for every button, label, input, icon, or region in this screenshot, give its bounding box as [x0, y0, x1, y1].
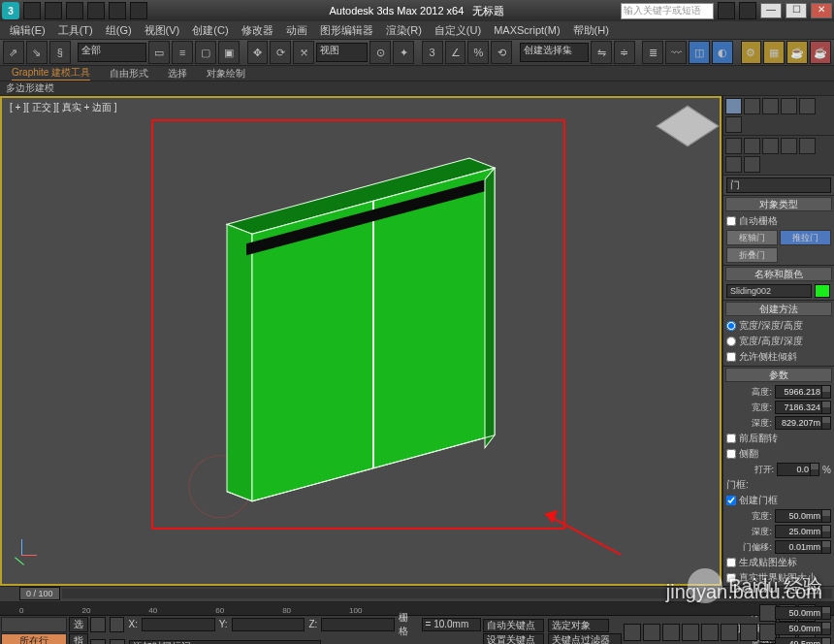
abs-rel-icon[interactable]: [110, 617, 125, 632]
menu-edit[interactable]: 编辑(E): [4, 23, 51, 38]
rollout-header[interactable]: 对象类型: [725, 197, 832, 211]
tab-modify-icon[interactable]: [744, 98, 760, 114]
goto-end-icon[interactable]: [701, 624, 719, 641]
menu-render[interactable]: 渲染(R): [380, 23, 428, 38]
infocenter-icon[interactable]: [718, 2, 735, 19]
bind-icon[interactable]: §: [49, 41, 71, 64]
qat-save-icon[interactable]: [87, 2, 105, 19]
sub-lights-icon[interactable]: [762, 138, 779, 154]
play-icon[interactable]: [662, 624, 680, 641]
ribbon-tab-paint[interactable]: 对象绘制: [207, 67, 245, 80]
side-checkbox[interactable]: [726, 449, 736, 459]
percent-snap-icon[interactable]: %: [467, 41, 489, 64]
qat-redo-icon[interactable]: [130, 2, 147, 19]
object-name-input[interactable]: Sliding002: [726, 284, 812, 298]
coord-z-input[interactable]: [321, 618, 395, 631]
help-search-input[interactable]: 输入关键字或短语: [621, 3, 714, 19]
genmap-checkbox[interactable]: [726, 558, 736, 567]
selection-filter[interactable]: 全部: [78, 43, 146, 62]
qat-new-icon[interactable]: [45, 2, 62, 19]
prev-frame-icon[interactable]: [643, 624, 660, 641]
manip-icon[interactable]: ✦: [393, 41, 414, 64]
menu-views[interactable]: 视图(V): [139, 23, 186, 38]
render-prod-icon[interactable]: ☕: [810, 41, 831, 64]
maximize-button[interactable]: ☐: [786, 3, 807, 18]
select-icon[interactable]: ▭: [148, 41, 170, 64]
isolate-icon[interactable]: [90, 639, 106, 645]
close-button[interactable]: ✕: [811, 3, 832, 18]
tab-hierarchy-icon[interactable]: [762, 98, 779, 114]
type-pivot-door-button[interactable]: 枢轴门: [726, 230, 778, 245]
open-spinner[interactable]: 0.0: [777, 463, 819, 476]
render-frame-icon[interactable]: ▦: [763, 41, 785, 64]
layer-icon[interactable]: ≣: [642, 41, 663, 64]
height-spinner[interactable]: 5966.218: [775, 385, 831, 399]
select-name-icon[interactable]: ≡: [172, 41, 193, 64]
sub-systems-icon[interactable]: [744, 156, 760, 173]
depth-spinner[interactable]: 829.207m: [775, 416, 831, 430]
favorites-icon[interactable]: [739, 2, 756, 19]
menu-create[interactable]: 创建(C): [186, 23, 234, 38]
menu-custom[interactable]: 自定义(U): [429, 23, 487, 38]
pivot-icon[interactable]: ⊙: [369, 41, 391, 64]
sub-cameras-icon[interactable]: [781, 138, 797, 154]
angle-snap-icon[interactable]: ∠: [445, 41, 466, 64]
rail-spinner[interactable]: 50.0mm: [775, 622, 831, 635]
time-thumb[interactable]: 0 / 100: [19, 587, 60, 600]
create-frame-checkbox[interactable]: [726, 496, 736, 505]
frame-width-spinner[interactable]: 50.0mm: [775, 509, 831, 523]
window-crossing-icon[interactable]: ▣: [218, 41, 240, 64]
type-bifold-door-button[interactable]: 折叠门: [726, 247, 778, 263]
snap-icon[interactable]: 3: [422, 41, 443, 64]
rollout-header[interactable]: 参数: [725, 368, 832, 382]
coord-x-input[interactable]: [142, 618, 215, 631]
rollout-header[interactable]: 名称和颜色: [725, 267, 832, 281]
link-icon[interactable]: ⇗: [3, 41, 24, 64]
wdh-radio[interactable]: [726, 321, 736, 331]
bottom-rail-spinner[interactable]: 49.5mm: [775, 637, 831, 644]
tab-utility-icon[interactable]: [725, 116, 742, 133]
menu-mod[interactable]: 修改器: [236, 23, 279, 38]
autogrid-checkbox[interactable]: [726, 216, 736, 226]
flip-checkbox[interactable]: [726, 434, 736, 443]
rollout-header[interactable]: 创建方法: [725, 302, 832, 316]
key-filters-button[interactable]: 关键点过滤器: [548, 633, 622, 645]
qat-open-icon[interactable]: [66, 2, 83, 19]
minimize-button[interactable]: —: [760, 3, 782, 18]
rotate-icon[interactable]: ⟳: [270, 41, 291, 64]
goto-start-icon[interactable]: [624, 624, 641, 641]
lock-selection-icon[interactable]: [90, 617, 106, 632]
qat-undo-icon[interactable]: [109, 2, 126, 19]
tab-motion-icon[interactable]: [781, 98, 797, 114]
menu-tools[interactable]: 工具(T): [52, 23, 99, 38]
app-menu-button[interactable]: [23, 2, 41, 19]
mirror-icon[interactable]: ⇋: [591, 41, 612, 64]
scene-object[interactable]: [2, 98, 720, 584]
sub-space-icon[interactable]: [725, 156, 742, 173]
geometry-category-dropdown[interactable]: 门: [726, 177, 831, 193]
setkey-button[interactable]: 设置关键点: [483, 633, 544, 645]
ribbon-tab-graphite[interactable]: Graphite 建模工具: [12, 66, 90, 80]
whd-radio[interactable]: [726, 337, 736, 346]
tab-display-icon[interactable]: [799, 98, 816, 114]
key-mode-icon[interactable]: [721, 624, 738, 641]
menu-help[interactable]: 帮助(H): [567, 23, 615, 38]
move-icon[interactable]: ✥: [247, 41, 269, 64]
ribbon-tab-selection[interactable]: 选择: [168, 67, 187, 80]
time-tag-icon[interactable]: [110, 639, 125, 645]
curve-editor-icon[interactable]: 〰: [665, 41, 687, 64]
material-editor-icon[interactable]: ◐: [712, 41, 733, 64]
door-offset-spinner[interactable]: 0.01mm: [775, 540, 831, 554]
autokey-button[interactable]: 自动关键点: [483, 619, 544, 632]
unlink-icon[interactable]: ⇘: [26, 41, 48, 64]
next-frame-icon[interactable]: [682, 624, 699, 641]
scale-icon[interactable]: ⤧: [293, 41, 314, 64]
render-setup-icon[interactable]: ⚙: [741, 41, 762, 64]
ref-coord-dropdown[interactable]: 视图: [316, 43, 368, 62]
type-sliding-door-button[interactable]: 推拉门: [780, 230, 831, 245]
width-spinner[interactable]: 7186.324: [775, 401, 831, 414]
macro-recorder-button[interactable]: 所在行: [1, 633, 67, 645]
tab-create-icon[interactable]: [725, 98, 742, 114]
menu-anim[interactable]: 动画: [280, 23, 313, 38]
thickness-spinner[interactable]: 50.0mm: [775, 606, 831, 620]
